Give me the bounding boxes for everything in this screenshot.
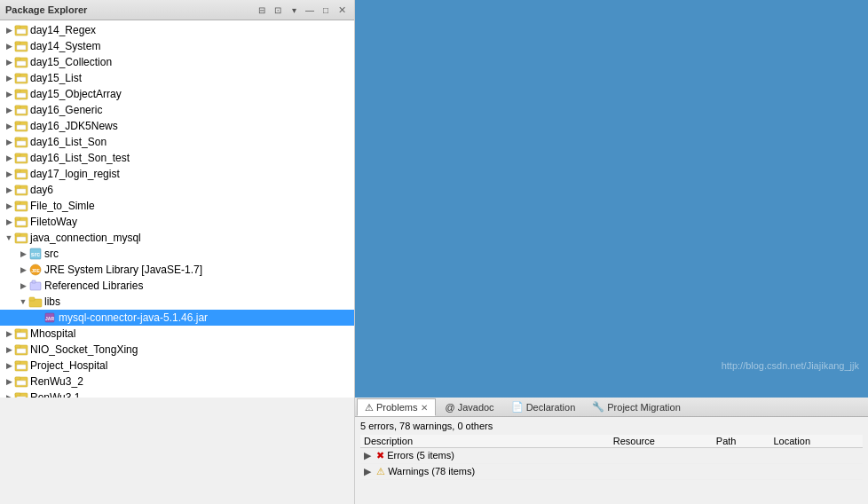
svg-rect-17 <box>17 109 26 114</box>
item-icon-JRE_System_Library: JRE <box>28 263 43 277</box>
table-row[interactable]: ▶ ✖ Errors (5 items) <box>360 448 863 464</box>
item-label-day16_List_Son: day16_List_Son <box>30 136 107 148</box>
expand-arrow-mysql_connector[interactable] <box>32 312 43 323</box>
item-label-FiletoWay: FiletoWay <box>30 216 77 228</box>
minimize-icon2[interactable]: — <box>303 3 317 17</box>
table-row[interactable]: ▶ ⚠ Warnings (78 items) <box>360 464 863 480</box>
row-desc-warning: ▶ ⚠ Warnings (78 items) <box>360 464 610 480</box>
close-icon[interactable]: ✕ <box>335 3 349 17</box>
expand-arrow-day15_ObjectArray[interactable] <box>4 89 14 99</box>
tree-item-Mhospital[interactable]: Mhospital <box>0 326 354 342</box>
watermark: http://blog.csdn.net/Jiajikang_jjk <box>722 360 859 371</box>
expand-arrow-FiletoWay[interactable] <box>4 217 14 227</box>
tab-label-declaration: Declaration <box>526 402 576 413</box>
svg-rect-10 <box>15 74 20 76</box>
item-label-src: src <box>44 248 59 260</box>
item-label-JRE_System_Library: JRE System Library [JavaSE-1.7] <box>44 264 202 276</box>
item-icon-mysql_connector: JAR <box>43 311 57 325</box>
svg-rect-38 <box>17 221 26 225</box>
tree-item-day14_Regex[interactable]: day14_Regex <box>0 22 354 38</box>
item-icon-java_connection_mysql <box>14 231 28 245</box>
expand-arrow-RenWu3_2[interactable] <box>4 376 14 387</box>
expand-arrow-Project_Hospital[interactable] <box>4 360 14 371</box>
tree-item-FiletoWay[interactable]: FiletoWay <box>0 214 354 230</box>
tab-label-project_migration: Project Migration <box>607 402 681 413</box>
maximize-icon[interactable]: ⊡ <box>271 3 285 17</box>
panel-header-left: Package Explorer <box>5 4 87 15</box>
tree-item-day16_List_Son[interactable]: day16_List_Son <box>0 134 354 150</box>
tree-item-day16_Generic[interactable]: day16_Generic <box>0 102 354 118</box>
svg-rect-13 <box>15 90 20 92</box>
item-icon-day6 <box>14 183 28 197</box>
expand-arrow-NIO_Socket_TongXing[interactable] <box>4 344 14 355</box>
tree-item-JRE_System_Library[interactable]: JREJRE System Library [JavaSE-1.7] <box>0 262 354 278</box>
svg-rect-63 <box>17 381 26 385</box>
tree-item-day15_List[interactable]: day15_List <box>0 70 354 86</box>
item-icon-RenWu3_2 <box>14 374 28 389</box>
item-label-Referenced_Libraries: Referenced Libraries <box>44 280 143 292</box>
expand-arrow-day16_Generic[interactable] <box>4 105 14 115</box>
svg-rect-40 <box>15 233 20 236</box>
tree-item-RenWu3_2[interactable]: RenWu3_2 <box>0 374 354 390</box>
tree-item-day14_System[interactable]: day14_System <box>0 38 354 54</box>
expand-arrow-day16_List_Son[interactable] <box>4 137 14 147</box>
svg-rect-32 <box>17 189 26 193</box>
minimize-icon[interactable]: ⊟ <box>255 3 269 17</box>
item-label-day16_JDK5News: day16_JDK5News <box>30 120 118 132</box>
item-icon-day16_List_Son <box>14 135 28 149</box>
expand-arrow-day16_JDK5News[interactable] <box>4 121 14 131</box>
tab-declaration[interactable]: 📄Declaration <box>503 398 584 416</box>
expand-arrow-src[interactable] <box>18 248 28 259</box>
tab-close-problems[interactable]: ✕ <box>421 403 428 413</box>
tab-project_migration[interactable]: 🔧Project Migration <box>584 398 689 416</box>
expand-arrow-day15_Collection[interactable] <box>4 57 14 67</box>
expand-arrow-day17_login_regist[interactable] <box>4 169 14 179</box>
item-label-java_connection_mysql: java_connection_mysql <box>30 232 141 244</box>
tab-icon-declaration: 📄 <box>511 401 524 413</box>
expand-arrow-JRE_System_Library[interactable] <box>18 264 28 275</box>
tree-item-day15_ObjectArray[interactable]: day15_ObjectArray <box>0 86 354 102</box>
view-menu-icon[interactable]: ▾ <box>287 3 301 17</box>
expand-arrow-day14_System[interactable] <box>4 41 14 51</box>
tab-javadoc[interactable]: @Javadoc <box>437 398 501 416</box>
tree-item-day15_Collection[interactable]: day15_Collection <box>0 54 354 70</box>
svg-rect-41 <box>17 237 26 241</box>
expand-arrow-Referenced_Libraries[interactable] <box>18 280 28 291</box>
tree-item-day6[interactable]: day6 <box>0 182 354 198</box>
svg-rect-53 <box>15 329 20 332</box>
tree-item-NIO_Socket_TongXing[interactable]: NIO_Socket_TongXing <box>0 342 354 358</box>
svg-rect-8 <box>17 61 26 66</box>
expand-arrow-day6[interactable] <box>4 185 14 195</box>
svg-rect-28 <box>15 169 20 172</box>
tab-problems[interactable]: ⚠Problems✕ <box>357 398 436 416</box>
expand-arrow-day16_List_Son_test[interactable] <box>4 153 14 163</box>
expand-arrow-day15_List[interactable] <box>4 73 14 83</box>
tree-item-libs[interactable]: libs <box>0 294 354 310</box>
tree-item-Referenced_Libraries[interactable]: Referenced Libraries <box>0 278 354 294</box>
item-label-day15_List: day15_List <box>30 72 82 84</box>
item-icon-day14_System <box>14 39 28 53</box>
expand-arrow-java_connection_mysql[interactable] <box>4 232 14 243</box>
expand-arrow-Mhospital[interactable] <box>4 328 14 339</box>
tree-view[interactable]: day14_Regexday14_Systemday15_Collectiond… <box>0 20 354 398</box>
row-expand-warning[interactable]: ▶ <box>364 466 374 476</box>
tree-item-day17_login_regist[interactable]: day17_login_regist <box>0 166 354 182</box>
expand-arrow-File_to_Simle[interactable] <box>4 201 14 211</box>
tree-item-java_connection_mysql[interactable]: java_connection_mysql <box>0 230 354 246</box>
svg-rect-29 <box>17 173 26 177</box>
tree-item-File_to_Simle[interactable]: File_to_Simle <box>0 198 354 214</box>
item-icon-day14_Regex <box>14 23 28 37</box>
tree-item-src[interactable]: srcsrc <box>0 246 354 262</box>
tree-item-day16_List_Son_test[interactable]: day16_List_Son_test <box>0 150 354 166</box>
svg-rect-54 <box>17 333 26 337</box>
expand-arrow-day14_Regex[interactable] <box>4 25 14 35</box>
tree-item-mysql_connector[interactable]: JARmysql-connector-java-5.1.46.jar <box>0 310 354 326</box>
row-expand-error[interactable]: ▶ <box>364 450 374 461</box>
maximize-icon2[interactable]: □ <box>319 3 333 17</box>
tree-item-Project_Hospital[interactable]: Project_Hospital <box>0 358 354 374</box>
tree-item-RenWu3.1[interactable]: RenWu3.1 <box>0 390 354 398</box>
item-label-day17_login_regist: day17_login_regist <box>30 168 120 180</box>
row-desc-error: ▶ ✖ Errors (5 items) <box>360 448 610 464</box>
tree-item-day16_JDK5News[interactable]: day16_JDK5News <box>0 118 354 134</box>
expand-arrow-libs[interactable] <box>18 296 28 307</box>
